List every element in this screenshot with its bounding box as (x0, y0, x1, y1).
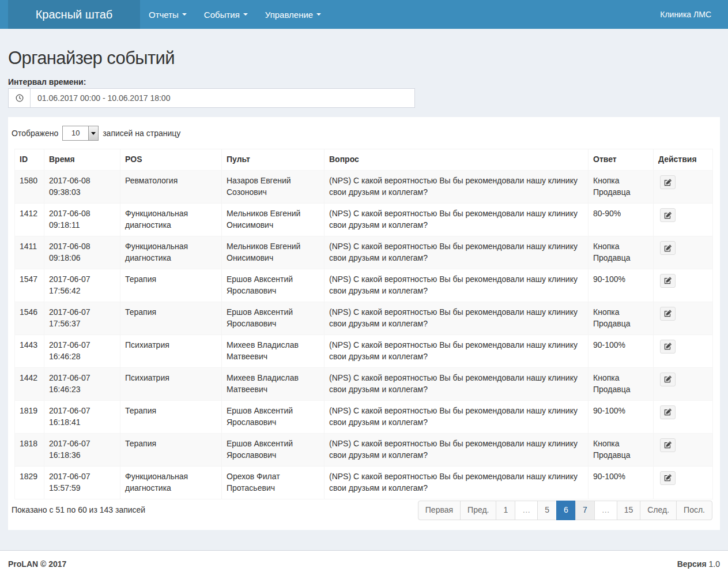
cell-id: 1411 (15, 236, 44, 269)
cell-answer: 80-90% (589, 204, 654, 236)
cell-id: 1829 (15, 466, 44, 499)
menu-item-2[interactable]: Управление (257, 0, 330, 29)
page-button-6[interactable]: 6 (556, 501, 576, 520)
menu-item-0[interactable]: Отчеты (140, 0, 195, 29)
table-row: 1411 2017-06-08 09:18:06 Функциональная … (15, 236, 713, 269)
cell-question: (NPS) С какой вероятностью Вы бы рекомен… (325, 466, 589, 499)
table-info: Показано с 51 по 60 из 143 записей (12, 501, 145, 520)
caret-down-icon (316, 13, 321, 16)
edit-button[interactable] (660, 438, 676, 452)
cell-question: (NPS) С какой вероятностью Вы бы рекомен… (325, 334, 589, 367)
cell-answer: 90-100% (589, 269, 654, 302)
main-menu: ОтчетыСобытияУправление (140, 0, 330, 29)
page-button-Посл[interactable]: Посл. (676, 501, 712, 520)
page-title: Органайзер событий (8, 48, 720, 68)
cell-answer: Кнопка Продавца (589, 433, 654, 466)
cell-pos: Терапия (120, 433, 222, 466)
column-header: Пульт (222, 149, 325, 171)
column-header: Время (44, 149, 120, 171)
cell-answer: 90-100% (589, 466, 654, 499)
table-panel: Отображено 10 записей на страницу IDВрем… (8, 117, 720, 530)
edit-icon (664, 179, 672, 186)
cell-pos: Психиатрия (120, 334, 222, 367)
cell-answer: 90-100% (589, 400, 654, 433)
cell-pos: Терапия (120, 269, 222, 302)
cell-pult: Ершов Авксентий Ярославович (222, 269, 325, 302)
interval-label: Интервал времени: (8, 77, 720, 87)
edit-icon (664, 441, 672, 449)
navbar: Красный штаб ОтчетыСобытияУправление Кли… (0, 0, 728, 29)
pagination: ПерваяПред.1…567…15След.Посл. (418, 501, 712, 520)
cell-actions (654, 236, 713, 269)
page-button-7[interactable]: 7 (575, 501, 595, 520)
cell-question: (NPS) С какой вероятностью Вы бы рекомен… (325, 269, 589, 302)
cell-actions (654, 204, 713, 236)
cell-question: (NPS) С какой вероятностью Вы бы рекомен… (325, 302, 589, 334)
edit-icon (664, 277, 672, 284)
cell-id: 1818 (15, 433, 44, 466)
cell-id: 1443 (15, 334, 44, 367)
cell-actions (654, 269, 713, 302)
edit-button[interactable] (660, 373, 676, 386)
cell-time: 2017-06-07 17:56:37 (44, 302, 120, 334)
cell-answer: Кнопка Продавца (589, 302, 654, 334)
page-length-select[interactable]: 10 (62, 126, 99, 141)
page-button-[interactable]: … (594, 501, 617, 520)
edit-button[interactable] (660, 241, 676, 255)
page-button-Пред[interactable]: Пред. (460, 501, 496, 520)
interval-input[interactable] (30, 88, 415, 108)
brand[interactable]: Красный штаб (8, 0, 140, 29)
edit-button[interactable] (660, 208, 676, 222)
cell-time: 2017-06-07 16:18:41 (44, 400, 120, 433)
select-dropdown-arrow-icon (88, 126, 98, 140)
edit-icon (664, 310, 672, 317)
edit-button[interactable] (660, 307, 676, 321)
cell-id: 1546 (15, 302, 44, 334)
edit-button[interactable] (660, 274, 676, 288)
page-button-15[interactable]: 15 (617, 501, 641, 520)
page-button-1[interactable]: 1 (496, 501, 515, 520)
page-length-value: 10 (63, 126, 88, 140)
cell-actions (654, 466, 713, 499)
cell-time: 2017-06-08 09:18:11 (44, 204, 120, 236)
cell-actions (654, 400, 713, 433)
cell-actions (654, 367, 713, 400)
caret-down-icon (182, 13, 187, 16)
cell-answer: Кнопка Продавца (589, 236, 654, 269)
cell-question: (NPS) С какой вероятностью Вы бы рекомен… (325, 171, 589, 204)
cell-id: 1819 (15, 400, 44, 433)
table-row: 1829 2017-06-07 15:57:59 Функциональная … (15, 466, 713, 499)
page-button-[interactable]: … (515, 501, 538, 520)
table-row: 1818 2017-06-07 16:18:36 Терапия Ершов А… (15, 433, 713, 466)
cell-id: 1412 (15, 204, 44, 236)
table-row: 1412 2017-06-08 09:18:11 Функциональная … (15, 204, 713, 236)
page-button-Первая[interactable]: Первая (418, 501, 461, 520)
navbar-right: Клиника ЛМС (651, 0, 720, 29)
edit-icon (664, 245, 672, 252)
cell-pos: Терапия (120, 400, 222, 433)
table-header-row: IDВремяPOSПультВопросОтветДействия (15, 149, 713, 171)
menu-item-clinic[interactable]: Клиника ЛМС (651, 0, 720, 29)
table-row: 1442 2017-06-07 16:46:23 Психиатрия Михе… (15, 367, 713, 400)
edit-button[interactable] (660, 471, 676, 485)
interval-input-group (8, 88, 415, 108)
table-row: 1547 2017-06-07 17:56:42 Терапия Ершов А… (15, 269, 713, 302)
edit-button[interactable] (660, 340, 676, 354)
cell-pos: Психиатрия (120, 367, 222, 400)
edit-button[interactable] (660, 175, 676, 189)
column-header: Ответ (589, 149, 654, 171)
cell-answer: 90-100% (589, 334, 654, 367)
menu-item-1[interactable]: События (195, 0, 257, 29)
cell-time: 2017-06-07 16:46:23 (44, 367, 120, 400)
page-button-След[interactable]: След. (640, 501, 677, 520)
cell-pult: Михеев Владислав Матвеевич (222, 367, 325, 400)
edit-button[interactable] (660, 405, 676, 419)
table-row: 1546 2017-06-07 17:56:37 Терапия Ершов А… (15, 302, 713, 334)
footer-copyright: ProLAN © 2017 (8, 559, 66, 570)
cell-answer: Кнопка Продавца (589, 171, 654, 204)
cell-answer: Кнопка Продавца (589, 367, 654, 400)
edit-icon (664, 343, 672, 350)
cell-time: 2017-06-07 16:46:28 (44, 334, 120, 367)
edit-icon (664, 212, 672, 219)
page-button-5[interactable]: 5 (537, 501, 557, 520)
